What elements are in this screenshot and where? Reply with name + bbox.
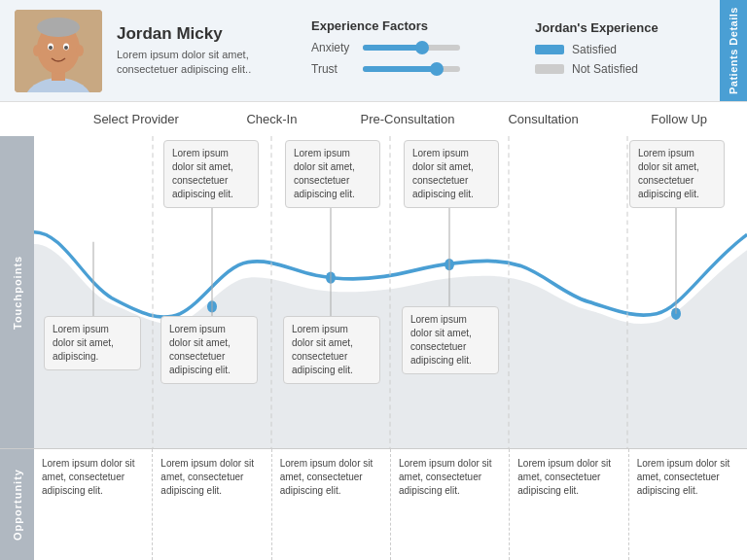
opportunity-col-1: Lorem ipsum dolor sit amet, consectetuer… bbox=[34, 449, 153, 560]
tooltip-bottom-preconsultation: Lorem ipsum dolor sit amet, consectetuer… bbox=[283, 316, 380, 384]
touchpoints-content: Lorem ipsum dolor sit amet, consectetuer… bbox=[34, 136, 747, 448]
opportunity-section: Opportunity Lorem ipsum dolor sit amet, … bbox=[0, 448, 747, 560]
touchpoints-label: Touchpoints bbox=[0, 136, 34, 448]
patient-desc: Lorem ipsum dolor sit amet, consectetuer… bbox=[117, 48, 292, 78]
svg-point-10 bbox=[76, 45, 84, 56]
satisfied-label: Satisfied bbox=[572, 43, 617, 56]
tooltip-top-followup: Lorem ipsum dolor sit amet, consectetuer… bbox=[629, 140, 725, 208]
phase-select-provider: Select Provider bbox=[68, 112, 204, 126]
anxiety-label: Anxiety bbox=[311, 41, 355, 54]
opportunity-content: Lorem ipsum dolor sit amet, consectetuer… bbox=[34, 449, 747, 560]
svg-point-4 bbox=[37, 18, 80, 37]
tooltip-bottom-selectprovider: Lorem ipsum dolor sit amet, adipiscing. bbox=[44, 316, 141, 370]
phase-pre-consultation: Pre-Consultation bbox=[339, 112, 476, 126]
tooltip-bottom-consultation: Lorem ipsum dolor sit amet, consectetuer… bbox=[402, 306, 499, 374]
anxiety-factor: Anxiety bbox=[311, 41, 506, 54]
experience-factors-title: Experience Factors bbox=[311, 18, 506, 33]
svg-point-9 bbox=[33, 45, 41, 56]
trust-bar bbox=[363, 66, 460, 72]
tooltip-top-checkin: Lorem ipsum dolor sit amet, consectetuer… bbox=[163, 140, 259, 208]
anxiety-bar bbox=[363, 45, 460, 51]
phase-follow-up: Follow Up bbox=[611, 112, 747, 126]
svg-point-7 bbox=[49, 46, 53, 50]
jordan-experience: Jordan's Experience Satisfied Not Satisf… bbox=[535, 20, 691, 82]
header: Jordan Micky Lorem ipsum dolor sit amet,… bbox=[0, 0, 747, 102]
tooltip-bottom-checkin: Lorem ipsum dolor sit amet, consectetuer… bbox=[160, 316, 258, 384]
opportunity-label: Opportunity bbox=[0, 449, 34, 560]
tooltip-top-consultation: Lorem ipsum dolor sit amet, consectetuer… bbox=[404, 140, 499, 208]
trust-label: Trust bbox=[311, 62, 355, 76]
patient-name: Jordan Micky bbox=[117, 24, 292, 44]
tooltip-top-preconsultation: Lorem ipsum dolor sit amet, consectetuer… bbox=[285, 140, 380, 208]
patients-tab[interactable]: Patients Details bbox=[720, 0, 747, 101]
phase-check-in: Check-In bbox=[204, 112, 340, 126]
touchpoints-section: Touchpoints bbox=[0, 136, 747, 448]
satisfied-legend: Satisfied bbox=[535, 43, 691, 56]
opportunity-col-2: Lorem ipsum dolor sit amet, consectetuer… bbox=[153, 449, 271, 560]
jordan-experience-title: Jordan's Experience bbox=[535, 20, 691, 35]
patient-avatar bbox=[15, 10, 102, 92]
journey-area: Select Provider Check-In Pre-Consultatio… bbox=[0, 102, 747, 560]
patient-info: Jordan Micky Lorem ipsum dolor sit amet,… bbox=[117, 24, 292, 78]
phases-row: Select Provider Check-In Pre-Consultatio… bbox=[0, 102, 747, 136]
experience-factors: Experience Factors Anxiety Trust bbox=[311, 18, 506, 84]
svg-point-8 bbox=[64, 46, 68, 50]
not-satisfied-label: Not Satisfied bbox=[572, 62, 638, 76]
satisfied-icon bbox=[535, 45, 564, 54]
opportunity-col-4: Lorem ipsum dolor sit amet, consectetuer… bbox=[391, 449, 510, 560]
opportunity-col-6: Lorem ipsum dolor sit amet, consectetuer… bbox=[629, 449, 747, 560]
phase-consultation: Consultation bbox=[476, 112, 612, 126]
opportunity-col-5: Lorem ipsum dolor sit amet, consectetuer… bbox=[510, 449, 628, 560]
not-satisfied-legend: Not Satisfied bbox=[535, 62, 691, 76]
trust-factor: Trust bbox=[311, 62, 506, 76]
opportunity-col-3: Lorem ipsum dolor sit amet, consectetuer… bbox=[272, 449, 391, 560]
not-satisfied-icon bbox=[535, 64, 564, 74]
